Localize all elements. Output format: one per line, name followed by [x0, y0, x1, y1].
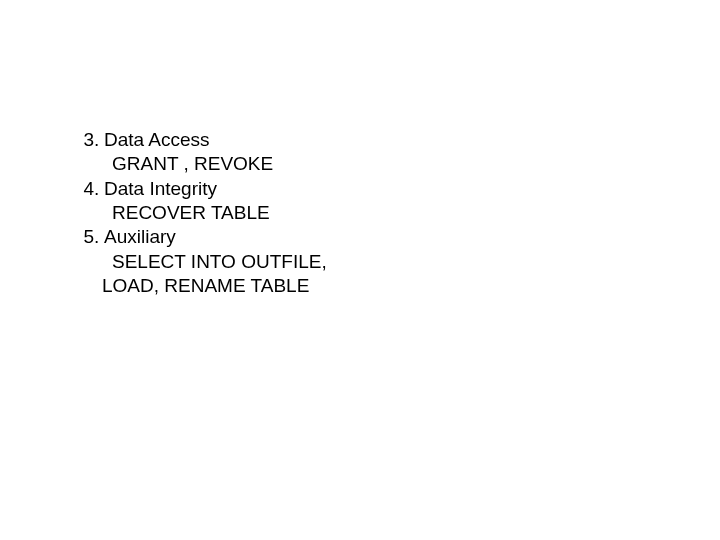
item-number: 4 — [68, 177, 94, 201]
numbered-list: 3 . Data Access GRANT , REVOKE 4 . Data … — [68, 128, 720, 298]
item-dot: . — [94, 128, 104, 152]
item-title: Data Access — [104, 128, 720, 152]
item-sub: LOAD, RENAME TABLE — [68, 274, 720, 298]
item-dot: . — [94, 177, 104, 201]
item-title: Auxiliary — [104, 225, 720, 249]
item-number: 5 — [68, 225, 94, 249]
item-sub: SELECT INTO OUTFILE, — [68, 250, 720, 274]
item-number: 3 — [68, 128, 94, 152]
item-sub: GRANT , REVOKE — [68, 152, 720, 176]
item-sub: RECOVER TABLE — [68, 201, 720, 225]
list-item: 4 . Data Integrity — [68, 177, 720, 201]
item-title: Data Integrity — [104, 177, 720, 201]
item-dot: . — [94, 225, 104, 249]
list-item: 3 . Data Access — [68, 128, 720, 152]
list-item: 5 . Auxiliary — [68, 225, 720, 249]
